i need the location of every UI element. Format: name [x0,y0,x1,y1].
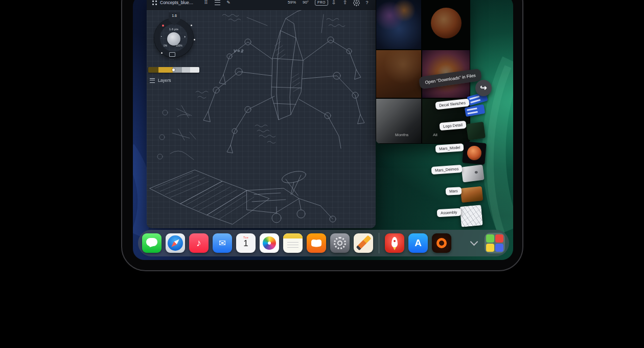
dock-rocket-app-icon[interactable] [385,233,404,253]
dock-sketch-app-icon[interactable] [354,233,373,253]
drag-thumb-mars-model[interactable] [462,141,486,165]
photos-flower-icon [263,236,276,250]
layers-label: Layers [158,78,171,83]
calendar-day: 1 [236,239,256,248]
music-note-icon: ♪ [189,233,209,253]
blend-tool-icon[interactable]: ◑ [183,35,186,38]
dock-photos-icon[interactable] [260,233,279,253]
pen-tool-icon[interactable]: ✎ [224,0,233,10]
photos-tab-all[interactable]: All [433,133,438,137]
color-swatch[interactable] [190,67,199,73]
apps-grid-icon[interactable] [151,0,158,10]
concepts-toolbar: Concepts_blue… ⠿ ✎ 59% 90° PRO ⇩ ⇧ ? [147,0,376,11]
opacity-tool-icon[interactable]: ◔ [160,35,162,38]
wheel-tick-dot [191,25,192,26]
dock-books-icon[interactable] [307,233,326,253]
opacity-max-label: 100% [176,44,182,47]
photos-tab-months[interactable]: Months [395,133,408,137]
drag-thumb-logo-detail[interactable] [466,122,486,140]
envelope-icon: ✉ [213,233,232,253]
appstore-a-glyph: A [408,233,428,253]
share-forward-button[interactable]: ↪ [475,80,492,96]
help-icon[interactable]: ? [363,0,371,10]
layers-menu-icon [150,78,155,83]
download-icon[interactable]: ⇩ [330,0,338,10]
dock: ♪ ✉ Tue 1 A [138,230,509,256]
dock-divider [379,233,379,253]
canvas-grid-icon[interactable]: ⠿ [202,0,210,10]
dock-collapse-button[interactable] [467,236,480,250]
forward-arrow-icon: ↪ [480,84,487,92]
mini-app-icon [495,234,503,243]
rotation-angle[interactable]: 90° [300,0,311,10]
drag-item-label[interactable]: Mars [446,187,462,195]
page-background: Concepts_blue… ⠿ ✎ 59% 90° PRO ⇩ ⇧ ? [0,0,644,348]
recent-apps-shelf[interactable] [485,233,505,253]
gear-icon [334,237,346,249]
dock-notes-icon[interactable] [283,233,303,253]
brush-size-label: 1.6 pts [159,28,189,31]
wheel-tick-dot [161,52,163,54]
dock-settings-icon[interactable] [330,233,350,253]
dock-calendar-icon[interactable]: Tue 1 [236,233,256,253]
layers-toggle[interactable]: Layers [150,78,171,83]
menu-icon[interactable] [213,0,221,10]
settings-gear-icon[interactable] [352,0,360,10]
drag-thumb-mars-deimos[interactable] [461,165,484,183]
dock-mail-icon[interactable]: ✉ [213,233,232,253]
dock-shutter-app-icon[interactable] [432,233,451,253]
more-dots-icon[interactable]: ··· [170,58,174,61]
active-color-dot [162,25,164,27]
dock-appstore-icon[interactable]: A [408,233,428,253]
export-icon[interactable]: ⇧ [341,0,349,10]
rocket-flame [393,247,396,250]
dock-safari-icon[interactable] [166,233,185,253]
drag-item-label[interactable]: Assembly [437,208,461,217]
zoom-level[interactable]: 59% [286,0,298,10]
mini-app-icon [486,234,494,243]
dock-music-icon[interactable]: ♪ [189,233,209,253]
book-page [316,239,321,247]
dock-messages-icon[interactable] [142,233,162,253]
drag-thumb-assembly[interactable] [459,205,482,227]
color-swatch[interactable] [182,67,190,73]
color-strip-marker[interactable] [172,69,175,71]
document-title[interactable]: Concepts_blue… [160,0,193,10]
color-swatch[interactable] [148,67,158,73]
book-page [311,239,316,247]
mini-app-icon [495,244,503,252]
drag-thumb-mars[interactable] [461,186,484,203]
drag-thumb-decals[interactable] [465,93,489,119]
rocket-icon [392,237,398,247]
wheel-tick-dot [194,39,195,40]
ipad-screen: Concepts_blue… ⠿ ✎ 59% 90° PRO ⇩ ⇧ ? [133,0,513,260]
ipad-device: Concepts_blue… ⠿ ✎ 59% 90° PRO ⇩ ⇧ ? [121,0,523,271]
aspect-ratio-icon[interactable] [169,52,175,57]
pro-badge[interactable]: PRO [314,0,329,10]
color-swatch[interactable] [158,67,173,73]
chevron-down-icon [470,238,478,246]
mini-app-icon [486,244,494,252]
marker-pen-icon [356,235,372,251]
shutter-ring-icon [436,238,447,248]
concepts-window: Concepts_blue… ⠿ ✎ 59% 90° PRO ⇩ ⇧ ? [147,0,376,228]
opacity-min-label: 0% [164,44,167,47]
photos-tab-bar: Months All [376,133,470,140]
